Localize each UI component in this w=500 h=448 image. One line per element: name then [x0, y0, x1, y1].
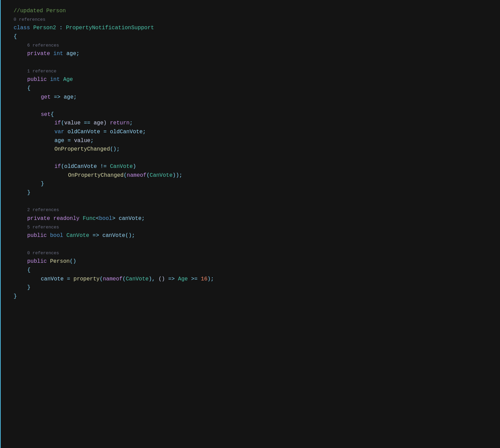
if-value-age: if ( value == age) return ;: [0, 119, 500, 128]
field-age-references: 6 references: [0, 41, 500, 50]
set-close: }: [0, 180, 500, 189]
comment-text: //updated Person: [14, 7, 66, 16]
empty-line-5: [0, 240, 500, 249]
prop-canvote-decl: public bool CanVote => canVote ();: [0, 231, 500, 240]
get-accessor: get => age ;: [0, 93, 500, 102]
code-editor: //updated Person 0 references class Pers…: [0, 0, 500, 448]
ctor-decl: public Person (): [0, 257, 500, 266]
class-open-brace: {: [0, 33, 500, 41]
prop-age-decl: public int Age: [0, 75, 500, 84]
set-accessor-open: set {: [0, 110, 500, 119]
age-field: age: [66, 50, 76, 58]
field-age-decl: private int age ;: [0, 50, 500, 58]
on-prop-changed-2: OnPropertyChanged ( nameof ( CanVote ));: [0, 171, 500, 180]
age-assign: age = value ;: [0, 137, 500, 145]
empty-line-4: [0, 197, 500, 206]
int-keyword-2: int: [50, 75, 60, 84]
if-old-canvote: if ( oldCanVote != CanVote ): [0, 162, 500, 171]
prop-canvote-refs: 5 references: [0, 223, 500, 232]
ctor-refs: 0 references: [0, 249, 500, 258]
ctor-body: canVote = property ( nameof ( CanVote ),…: [0, 275, 500, 284]
lb-19: [0, 0, 1, 448]
class-keyword: class: [14, 24, 30, 33]
prop-age-open: {: [0, 84, 500, 93]
public-keyword: public: [27, 75, 47, 84]
comment-line: //updated Person: [0, 7, 500, 16]
empty-line-3: [0, 154, 500, 163]
empty-line-1: [0, 58, 500, 67]
prop-age-close: }: [0, 189, 500, 197]
int-keyword: int: [53, 50, 63, 58]
field-canvote-refs: 2 references: [0, 206, 500, 214]
ctor-open: {: [0, 266, 500, 275]
class-close: }: [0, 292, 500, 301]
ctor-close: }: [0, 283, 500, 292]
colon: :: [59, 24, 63, 33]
class-references: 0 references: [0, 16, 500, 24]
age-prop-name: Age: [63, 75, 73, 84]
class-declaration: class Person2 : PropertyNotificationSupp…: [0, 24, 500, 33]
class-name: Person2: [33, 24, 56, 33]
on-prop-changed-1: OnPropertyChanged ();: [0, 145, 500, 154]
field-canvote-decl: private readonly Func < bool > canVote ;: [0, 214, 500, 223]
empty-line-2: [0, 102, 500, 110]
prop-age-references: 1 reference: [0, 67, 500, 76]
base-class: PropertyNotificationSupport: [66, 24, 154, 33]
private-keyword: private: [27, 50, 50, 58]
var-old-canvote: var oldCanVote = oldCanVote ;: [0, 128, 500, 137]
